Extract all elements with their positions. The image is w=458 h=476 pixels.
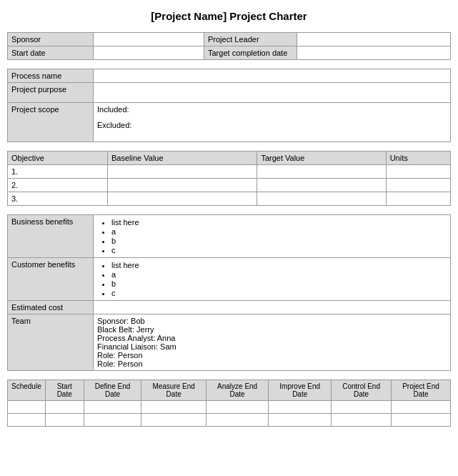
schedule-table: ScheduleStart DateDefine End DateMeasure…: [7, 380, 451, 427]
customer-benefit-item: list here: [111, 261, 447, 269]
target-completion-label: Target completion date: [204, 46, 297, 60]
business-benefit-item: b: [111, 237, 447, 245]
baseline-cell: [108, 165, 257, 179]
team-label: Team: [8, 314, 94, 371]
objective-cell: 2.: [8, 179, 108, 192]
units-cell: [386, 192, 450, 206]
sponsor-value: [94, 33, 204, 46]
schedule-col-header: Improve End Date: [269, 380, 332, 401]
obj-col-header: Objective: [8, 152, 108, 165]
project-purpose-value: [94, 83, 451, 103]
team-member: Role: Person: [97, 360, 447, 368]
business-benefits-list: list hereabc: [94, 215, 451, 258]
start-date-label: Start date: [8, 46, 94, 60]
team-member: Financial Liaison: Sam: [97, 342, 447, 351]
baseline-cell: [108, 179, 257, 192]
baseline-col-header: Baseline Value: [108, 152, 257, 165]
project-scope-included: Included:: [97, 105, 447, 114]
target-completion-value: [297, 46, 451, 60]
business-benefit-item: a: [111, 227, 447, 236]
schedule-col-header: Measure End Date: [141, 380, 206, 401]
benefits-table: Business benefits list hereabc Customer …: [7, 214, 451, 371]
target-cell: [257, 165, 386, 179]
sponsor-label: Sponsor: [8, 33, 94, 46]
details-table: Process name Project purpose Project sco…: [7, 69, 451, 142]
process-name-label: Process name: [8, 69, 94, 83]
info-table: Sponsor Project Leader Start date Target…: [7, 32, 451, 60]
units-cell: [386, 165, 450, 179]
customer-benefit-item: b: [111, 279, 447, 288]
estimated-cost-value: [94, 301, 451, 314]
schedule-col-header: Project End Date: [392, 380, 451, 401]
team-member: Sponsor: Bob: [97, 317, 447, 325]
schedule-row-1: [8, 401, 451, 414]
schedule-col-header: Start Date: [45, 380, 84, 401]
start-date-value: [94, 46, 204, 60]
target-cell: [257, 192, 386, 206]
project-scope-value: Included: Excluded:: [94, 103, 451, 142]
customer-benefit-item: a: [111, 270, 447, 279]
page-title: [Project Name] Project Charter: [7, 10, 451, 22]
team-member: Black Belt: Jerry: [97, 325, 447, 334]
customer-benefit-item: c: [111, 289, 447, 297]
objectives-row: 2.: [8, 179, 451, 192]
schedule-col-header: Schedule: [8, 380, 46, 401]
customer-benefits-label: Customer benefits: [8, 258, 94, 301]
units-cell: [386, 179, 450, 192]
baseline-cell: [108, 192, 257, 206]
objective-cell: 1.: [8, 165, 108, 179]
objectives-row: 1.: [8, 165, 451, 179]
target-col-header: Target Value: [257, 152, 386, 165]
team-member: Process Analyst: Anna: [97, 334, 447, 342]
team-member: Role: Person: [97, 351, 447, 360]
project-scope-label: Project scope: [8, 103, 94, 142]
customer-benefits-list: list hereabc: [94, 258, 451, 301]
target-cell: [257, 179, 386, 192]
objectives-row: 3.: [8, 192, 451, 206]
estimated-cost-label: Estimated cost: [8, 301, 94, 314]
project-leader-label: Project Leader: [204, 33, 297, 46]
business-benefits-label: Business benefits: [8, 215, 94, 258]
project-scope-excluded: Excluded:: [97, 121, 447, 129]
objective-cell: 3.: [8, 192, 108, 206]
units-col-header: Units: [386, 152, 450, 165]
objectives-table: Objective Baseline Value Target Value Un…: [7, 151, 451, 206]
schedule-col-header: Analyze End Date: [206, 380, 268, 401]
business-benefit-item: list here: [111, 218, 447, 227]
project-purpose-label: Project purpose: [8, 83, 94, 103]
schedule-row-2: [8, 414, 451, 427]
process-name-value: [94, 69, 451, 83]
team-members-list: Sponsor: BobBlack Belt: JerryProcess Ana…: [94, 314, 451, 371]
schedule-col-header: Define End Date: [84, 380, 141, 401]
project-leader-value: [297, 33, 451, 46]
business-benefit-item: c: [111, 246, 447, 254]
schedule-col-header: Control End Date: [332, 380, 392, 401]
